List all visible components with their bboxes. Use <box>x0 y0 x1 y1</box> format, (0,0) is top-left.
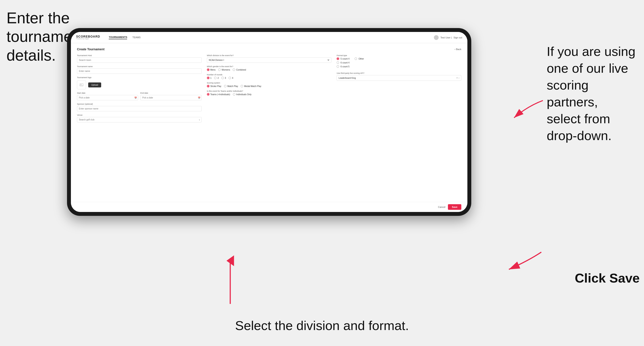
logo-group: Tournament logo Upload <box>77 76 202 89</box>
page-header: Create Tournament ‹ Back <box>77 47 461 51</box>
end-date-wrap: 📅 <box>140 95 202 100</box>
arrow-bottom-center <box>226 254 234 306</box>
teams-group: Is this event for Teams and/or Individua… <box>207 90 332 96</box>
api-label: Use third-party live scoring API? <box>336 72 461 74</box>
calendar-icon-start: 📅 <box>134 96 137 99</box>
rounds-group: Number of rounds 1 2 <box>207 74 332 79</box>
end-date-label: End date <box>140 92 202 94</box>
api-group: Use third-party live scoring API? Leader… <box>336 70 461 81</box>
tournament-name-group: Tournament name <box>77 65 202 74</box>
save-button[interactable]: Save <box>448 204 461 210</box>
api-value-tag: Leaderboard King <box>338 77 356 79</box>
navbar: SCOREBOARD Powered by Clippit TOURNAMENT… <box>71 32 468 43</box>
radio-5c4-indicator <box>336 57 339 60</box>
form-col-1: Tournament Host Tournament name Tourname… <box>77 54 202 122</box>
start-date-label: Start date <box>77 92 138 94</box>
sponsor-group: Sponsor (optional) <box>77 103 202 111</box>
gender-radio-group: Mens Womens Combined <box>207 68 332 71</box>
name-input[interactable] <box>77 68 202 74</box>
rounds-radio-group: 1 2 3 4 <box>207 77 332 79</box>
date-row: Start date 📅 End date 📅 <box>77 92 202 100</box>
division-label: Which division is the event for? <box>207 54 332 57</box>
radio-stroke-indicator <box>207 85 210 87</box>
radio-combined-indicator <box>232 68 235 71</box>
rounds-radio-4[interactable]: 4 <box>228 77 233 79</box>
annotation-bottom-right: Click Save <box>575 271 640 286</box>
api-tag-close-icon[interactable]: × › <box>456 76 460 79</box>
name-label: Tournament name <box>77 65 202 68</box>
rounds-radio-2[interactable]: 2 <box>214 77 219 79</box>
format-label: Format type <box>336 54 461 57</box>
gender-group: Which gender is the event for? Mens Wome… <box>207 65 332 71</box>
nav-logo: SCOREBOARD Powered by Clippit <box>76 35 100 40</box>
start-date-wrap: 📅 <box>77 95 138 100</box>
radio-individuals-indicator <box>233 93 236 96</box>
nav-item-teams[interactable]: TEAMS <box>132 36 140 39</box>
upload-button[interactable]: Upload <box>88 82 101 87</box>
format-options-row: 5 count 4 6 count 4 6 count 5 <box>336 57 461 68</box>
logo-label: Tournament logo <box>77 76 202 79</box>
sponsor-input[interactable] <box>77 106 202 111</box>
format-group: Format type 5 count 4 6 count 4 <box>336 54 461 68</box>
venue-label: Venue <box>77 114 202 116</box>
radio-4-indicator <box>228 77 231 79</box>
cancel-button[interactable]: Cancel <box>438 206 445 208</box>
logo-placeholder-icon <box>77 80 86 89</box>
nav-logo-sub: Powered by Clippit <box>76 38 100 40</box>
scoring-radio-stroke[interactable]: Stroke Play <box>207 85 221 87</box>
division-select[interactable]: NCAA Division I <box>207 57 332 63</box>
form-col-3: Format type 5 count 4 6 count 4 <box>336 54 461 122</box>
content-area: Create Tournament ‹ Back Tournament Host… <box>71 43 468 202</box>
format-col-left: 5 count 4 6 count 4 6 count 5 <box>336 57 349 68</box>
format-6count4[interactable]: 6 count 4 <box>336 61 349 64</box>
teams-radio-group: Teams (+Individuals) Individuals Only <box>207 93 332 96</box>
tournament-host-group: Tournament Host <box>77 54 202 63</box>
scoring-label: Scoring system <box>207 82 332 84</box>
format-6count5[interactable]: 6 count 5 <box>336 65 349 68</box>
scoring-radio-group: Stroke Play Match Play Medal Match Play <box>207 85 332 87</box>
radio-other-indicator <box>354 57 357 60</box>
gender-radio-womens[interactable]: Womens <box>218 68 230 71</box>
venue-input[interactable] <box>77 117 202 122</box>
end-date-input[interactable] <box>140 95 202 100</box>
gender-radio-combined[interactable]: Combined <box>232 68 246 71</box>
annotation-top-right: If you are using one of our live scoring… <box>547 43 640 144</box>
venue-dropdown-icon: ▾ <box>199 119 200 121</box>
gender-radio-mens[interactable]: Mens <box>207 68 216 71</box>
radio-womens-indicator <box>218 68 221 71</box>
teams-radio-individuals[interactable]: Individuals Only <box>233 93 252 96</box>
radio-1-indicator <box>207 77 210 79</box>
end-date-group: End date 📅 <box>140 92 202 100</box>
page-title: Create Tournament <box>77 47 104 51</box>
nav-item-tournaments[interactable]: TOURNAMENTS <box>109 36 127 39</box>
form-grid: Tournament Host Tournament name Tourname… <box>77 54 461 122</box>
teams-radio-teams[interactable]: Teams (+Individuals) <box>207 93 230 96</box>
arrow-bottom-right <box>507 250 546 272</box>
gender-label: Which gender is the event for? <box>207 65 332 68</box>
nav-user-label: Test User | <box>440 36 452 39</box>
radio-3-indicator <box>221 77 224 79</box>
format-col-right: Other <box>354 57 364 68</box>
radio-mens-indicator <box>207 68 210 71</box>
division-group: Which division is the event for? NCAA Di… <box>207 54 332 63</box>
annotation-bottom-center: Select the division and format. <box>235 318 409 333</box>
rounds-radio-3[interactable]: 3 <box>221 77 226 79</box>
api-tag-input[interactable]: Leaderboard King × › <box>336 75 461 81</box>
start-date-group: Start date 📅 <box>77 92 138 100</box>
form-col-2: Which division is the event for? NCAA Di… <box>207 54 332 122</box>
start-date-input[interactable] <box>77 95 138 100</box>
nav-logo-title: SCOREBOARD <box>76 35 100 38</box>
logo-upload-area: Upload <box>77 80 202 89</box>
format-5count4[interactable]: 5 count 4 <box>336 57 349 60</box>
tablet-frame: SCOREBOARD Powered by Clippit TOURNAMENT… <box>67 28 471 216</box>
signout-link[interactable]: Sign out <box>454 36 462 39</box>
rounds-radio-1[interactable]: 1 <box>207 77 212 79</box>
arrow-top-right <box>512 97 547 123</box>
host-label: Tournament Host <box>77 54 202 57</box>
back-button[interactable]: ‹ Back <box>455 48 461 50</box>
radio-medal-indicator <box>240 85 243 87</box>
scoring-radio-match[interactable]: Match Play <box>224 85 238 87</box>
scoring-radio-medal[interactable]: Medal Match Play <box>240 85 261 87</box>
format-other[interactable]: Other <box>354 57 364 60</box>
host-input[interactable] <box>77 57 202 63</box>
